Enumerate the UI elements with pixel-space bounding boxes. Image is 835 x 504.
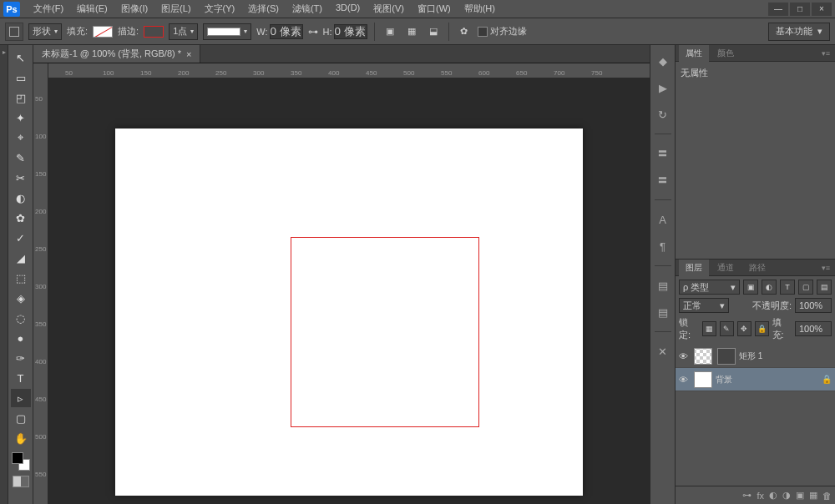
layer-row-background[interactable]: 👁 背景 🔒 (676, 368, 835, 391)
lock-position-icon[interactable]: ✥ (737, 321, 752, 336)
tab-color[interactable]: 颜色 (711, 45, 741, 62)
panel-icon-b[interactable]: ▤ (654, 303, 672, 321)
brush-tool-icon[interactable]: ◐ (11, 189, 31, 207)
character-panel-icon[interactable]: A (654, 210, 672, 229)
tab-properties[interactable]: 属性 (679, 45, 709, 62)
hand-tool-icon[interactable]: ▢ (11, 409, 31, 427)
link-wh-icon[interactable]: ⊶ (308, 26, 318, 38)
styles-panel-icon[interactable]: 〓 (654, 171, 672, 189)
eyedropper-tool-icon[interactable]: ✎ (11, 149, 31, 167)
visibility-icon[interactable]: 👁 (679, 375, 691, 385)
panel-icon-a[interactable]: ▤ (654, 276, 672, 295)
pen-tool-icon[interactable]: ● (11, 329, 31, 347)
layer-fx-icon[interactable]: fx (757, 491, 764, 501)
filter-pixel-icon[interactable]: ▣ (743, 280, 758, 295)
filter-type-icon[interactable]: T (780, 280, 795, 295)
layer-mask-icon[interactable]: ◐ (769, 490, 777, 501)
layer-mask-thumbnail[interactable] (717, 348, 736, 365)
dodge-tool-icon[interactable]: ◌ (11, 309, 31, 327)
workspace-dropdown[interactable]: 基本功能▾ (768, 23, 830, 41)
blur-tool-icon[interactable]: ◈ (11, 289, 31, 307)
stroke-weight-dropdown[interactable]: 1点▾ (169, 23, 198, 40)
stroke-style-dropdown[interactable]: ▾ (203, 23, 251, 40)
canvas[interactable] (115, 129, 583, 496)
paragraph-panel-icon[interactable]: ¶ (654, 237, 672, 255)
stroke-swatch[interactable] (144, 26, 164, 38)
width-input[interactable] (270, 24, 303, 39)
visibility-icon[interactable]: 👁 (679, 351, 691, 361)
rectangle-tool-icon[interactable]: ▹ (11, 389, 31, 407)
gear-icon[interactable]: ✿ (456, 23, 473, 40)
close-panel-icon[interactable]: ✕ (654, 342, 672, 360)
height-input[interactable] (334, 24, 367, 39)
eraser-tool-icon[interactable]: ◢ (11, 249, 31, 267)
lock-icon[interactable]: 🔒 (822, 375, 832, 384)
menu-select[interactable]: 选择(S) (241, 0, 286, 18)
path-options-button[interactable]: ⬓ (425, 23, 442, 40)
history-brush-tool-icon[interactable]: ✓ (11, 229, 31, 247)
swatches-panel-icon[interactable]: ↻ (654, 105, 672, 123)
menu-help[interactable]: 帮助(H) (458, 0, 502, 18)
gradient-tool-icon[interactable]: ⬚ (11, 269, 31, 287)
type-tool-icon[interactable]: ✑ (11, 349, 31, 367)
menu-file[interactable]: 文件(F) (27, 0, 70, 18)
new-adjustment-icon[interactable]: ◑ (782, 490, 791, 501)
wand-tool-icon[interactable]: ✦ (11, 108, 31, 127)
filter-shape-icon[interactable]: ▢ (798, 280, 813, 295)
history-panel-icon[interactable]: ◆ (654, 52, 672, 70)
actions-panel-icon[interactable]: ▶ (654, 78, 672, 97)
layer-name[interactable]: 背景 (716, 374, 818, 386)
opacity-input[interactable]: 100% (795, 298, 832, 313)
path-select-tool-icon[interactable]: T (11, 369, 31, 387)
tool-preset-icon[interactable] (5, 23, 23, 41)
tab-channels[interactable]: 通道 (711, 260, 741, 276)
maximize-button[interactable]: □ (790, 3, 810, 16)
menu-window[interactable]: 窗口(W) (411, 0, 458, 18)
lock-pixels-icon[interactable]: ✎ (720, 321, 734, 336)
menu-layer[interactable]: 图层(L) (154, 0, 197, 18)
tab-layers[interactable]: 图层 (679, 260, 709, 276)
heal-tool-icon[interactable]: ✂ (11, 169, 31, 187)
lock-all-icon[interactable]: 🔒 (755, 321, 769, 336)
quickmask-icon[interactable] (13, 476, 29, 487)
adjustments-panel-icon[interactable]: 〓 (654, 144, 672, 163)
filter-adjust-icon[interactable]: ◐ (762, 280, 777, 295)
menu-3d[interactable]: 3D(D) (329, 0, 367, 18)
layers-panel-menu-icon[interactable]: ▾≡ (817, 264, 835, 272)
menu-view[interactable]: 视图(V) (367, 0, 411, 18)
tab-paths[interactable]: 路径 (742, 260, 772, 276)
lock-transparent-icon[interactable]: ▦ (702, 321, 716, 336)
align-edges-checkbox[interactable]: 对齐边缘 (478, 25, 527, 38)
layer-name[interactable]: 矩形 1 (739, 350, 832, 362)
filter-smart-icon[interactable]: ▤ (817, 280, 832, 295)
crop-tool-icon[interactable]: ⌖ (11, 129, 31, 147)
layer-thumbnail[interactable] (694, 371, 712, 388)
panel-menu-icon[interactable]: ▾≡ (817, 49, 835, 58)
fg-bg-swatches[interactable] (12, 452, 30, 471)
close-tab-icon[interactable]: × (186, 49, 191, 59)
rectangle-shape[interactable] (291, 237, 479, 427)
canvas-viewport[interactable] (48, 78, 650, 504)
menu-image[interactable]: 图像(I) (114, 0, 154, 18)
collapsed-panel-left[interactable]: ▸ (0, 45, 8, 504)
path-align-button[interactable]: ▣ (382, 23, 398, 40)
zoom-tool-icon[interactable]: ✋ (11, 429, 31, 447)
fill-swatch[interactable] (93, 26, 113, 38)
layer-filter-dropdown[interactable]: ρ 类型▾ (679, 280, 740, 295)
move-tool-icon[interactable]: ↖ (11, 48, 31, 67)
fill-opacity-input[interactable]: 100% (795, 321, 832, 336)
marquee-tool-icon[interactable]: ▭ (11, 68, 31, 87)
minimize-button[interactable]: — (768, 3, 788, 16)
blend-mode-dropdown[interactable]: 正常▾ (679, 298, 729, 313)
delete-layer-icon[interactable]: 🗑 (822, 491, 832, 501)
menu-filter[interactable]: 滤镜(T) (286, 0, 329, 18)
layer-thumbnail[interactable] (694, 348, 712, 365)
menu-edit[interactable]: 编辑(E) (70, 0, 114, 18)
new-layer-icon[interactable]: ▦ (809, 490, 817, 501)
lasso-tool-icon[interactable]: ◰ (11, 88, 31, 107)
stamp-tool-icon[interactable]: ✿ (11, 209, 31, 227)
shape-mode-dropdown[interactable]: 形状▾ (28, 23, 62, 40)
link-layers-icon[interactable]: ⊶ (742, 490, 752, 501)
layer-row-shape[interactable]: 👁 矩形 1 (676, 345, 835, 368)
path-arrange-button[interactable]: ▦ (403, 23, 420, 40)
